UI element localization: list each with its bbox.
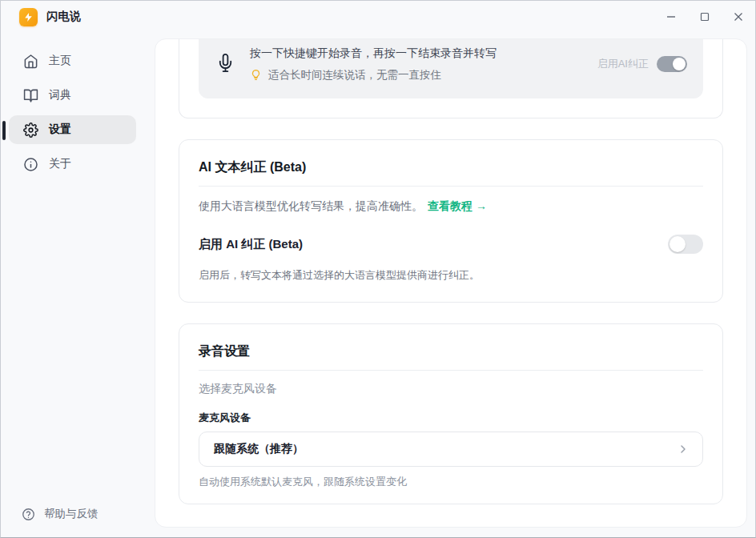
sidebar-item-settings[interactable]: 设置 bbox=[9, 115, 136, 144]
section-title: 录音设置 bbox=[199, 343, 703, 360]
ai-correction-toggle[interactable] bbox=[668, 235, 703, 254]
sidebar-item-dictionary[interactable]: 词典 bbox=[9, 81, 136, 110]
recording-info-box: 按一下快捷键开始录音，再按一下结束录音并转写 适合长时间连续说话，无需一直按住 … bbox=[199, 38, 703, 98]
toggle-knob bbox=[673, 58, 686, 70]
divider bbox=[199, 186, 703, 187]
info-icon bbox=[23, 157, 38, 172]
section-title: AI 文本纠正 (Beta) bbox=[199, 159, 703, 176]
sidebar-item-label: 关于 bbox=[49, 157, 71, 171]
microphone-device-label: 麦克风设备 bbox=[199, 411, 703, 425]
titlebar: 闪电说 bbox=[1, 1, 755, 33]
app-window: 闪电说 主页 词典 bbox=[0, 0, 756, 538]
sidebar: 主页 词典 设置 关于 帮助与反馈 bbox=[1, 33, 155, 537]
toggle-knob bbox=[670, 236, 686, 252]
hotkey-card: 按一下快捷键开始录音，再按一下结束录音并转写 适合长时间连续说话，无需一直按住 … bbox=[179, 38, 723, 118]
app-identity: 闪电说 bbox=[1, 8, 82, 26]
chevron-right-icon bbox=[677, 443, 690, 456]
sidebar-item-label: 词典 bbox=[49, 88, 71, 102]
maximize-button[interactable] bbox=[688, 1, 722, 33]
lightbulb-icon bbox=[250, 69, 262, 81]
window-controls bbox=[654, 1, 755, 33]
ai-correction-quick-toggle-label: 启用AI纠正 bbox=[597, 57, 649, 71]
recording-instructions: 按一下快捷键开始录音，再按一下结束录音并转写 适合长时间连续说话，无需一直按住 bbox=[250, 46, 497, 82]
microphone-device-select[interactable]: 跟随系统（推荐） bbox=[199, 432, 703, 467]
recording-tip: 适合长时间连续说话，无需一直按住 bbox=[250, 68, 497, 82]
divider bbox=[199, 370, 703, 371]
gear-icon bbox=[23, 122, 38, 138]
help-icon bbox=[22, 508, 35, 521]
settings-panel: 按一下快捷键开始录音，再按一下结束录音并转写 适合长时间连续说话，无需一直按住 … bbox=[155, 38, 747, 528]
microphone-device-value: 跟随系统（推荐） bbox=[214, 442, 304, 456]
help-feedback-label: 帮助与反馈 bbox=[44, 507, 99, 521]
recording-instruction-text: 按一下快捷键开始录音，再按一下结束录音并转写 bbox=[250, 46, 497, 61]
section-description: 使用大语言模型优化转写结果，提高准确性。查看教程 → bbox=[199, 198, 703, 214]
close-button[interactable] bbox=[722, 1, 755, 33]
home-icon bbox=[23, 54, 38, 69]
sidebar-item-label: 设置 bbox=[49, 122, 71, 137]
ai-correction-toggle-row: 启用 AI 纠正 (Beta) bbox=[199, 235, 703, 254]
minimize-button[interactable] bbox=[654, 1, 688, 33]
sidebar-item-about[interactable]: 关于 bbox=[9, 150, 136, 179]
ai-correction-toggle-label: 启用 AI 纠正 (Beta) bbox=[199, 237, 303, 252]
view-tutorial-link[interactable]: 查看教程 → bbox=[428, 199, 487, 212]
microphone-icon bbox=[216, 54, 235, 72]
microphone-device-hint: 自动使用系统默认麦克风，跟随系统设置变化 bbox=[199, 475, 703, 489]
recording-settings-subtitle: 选择麦克风设备 bbox=[199, 382, 703, 396]
active-item-indicator bbox=[2, 121, 6, 140]
recording-tip-text: 适合长时间连续说话，无需一直按住 bbox=[268, 68, 441, 82]
sidebar-item-home[interactable]: 主页 bbox=[9, 46, 136, 75]
app-title: 闪电说 bbox=[46, 10, 82, 24]
ai-correction-card: AI 文本纠正 (Beta) 使用大语言模型优化转写结果，提高准确性。查看教程 … bbox=[179, 139, 723, 303]
sidebar-nav: 主页 词典 设置 关于 bbox=[1, 33, 155, 179]
ai-correction-hint: 启用后，转写文本将通过选择的大语言模型提供商进行纠正。 bbox=[199, 268, 703, 283]
ai-correction-quick-toggle[interactable] bbox=[657, 56, 687, 72]
recording-settings-card: 录音设置 选择麦克风设备 麦克风设备 跟随系统（推荐） 自动使用系统默认麦克风，… bbox=[179, 323, 723, 504]
ai-correction-quick-toggle-group: 启用AI纠正 bbox=[597, 56, 687, 72]
sidebar-item-help-feedback[interactable]: 帮助与反馈 bbox=[1, 507, 155, 537]
book-icon bbox=[23, 88, 38, 103]
ai-correction-description: 使用大语言模型优化转写结果，提高准确性。 bbox=[199, 199, 423, 212]
app-logo-icon bbox=[19, 8, 38, 26]
sidebar-item-label: 主页 bbox=[49, 54, 71, 68]
